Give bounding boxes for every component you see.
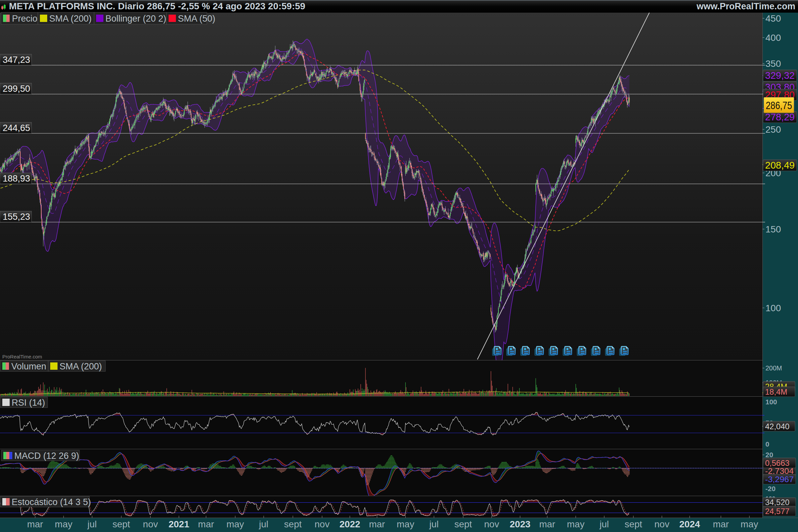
svg-text:Volumen: Volumen xyxy=(11,361,46,372)
svg-text:42,040: 42,040 xyxy=(765,422,790,431)
svg-text:329,32: 329,32 xyxy=(765,70,795,81)
svg-text:may: may xyxy=(226,519,244,529)
svg-text:2024: 2024 xyxy=(679,519,700,529)
svg-text:155,23: 155,23 xyxy=(3,212,30,222)
svg-text:-3,2967: -3,2967 xyxy=(765,475,794,484)
svg-text:244,65: 244,65 xyxy=(3,123,30,133)
svg-text:24,577: 24,577 xyxy=(765,507,790,516)
svg-text:nov: nov xyxy=(484,519,499,529)
svg-text:250: 250 xyxy=(765,125,781,135)
svg-text:www.ProRealTime.com: www.ProRealTime.com xyxy=(696,1,795,11)
svg-text:sept: sept xyxy=(624,519,642,529)
svg-text:100: 100 xyxy=(765,303,781,313)
svg-text:mar: mar xyxy=(539,519,555,529)
svg-text:jul: jul xyxy=(599,519,609,529)
svg-text:ProRealTime.com: ProRealTime.com xyxy=(2,354,42,359)
svg-text:0: 0 xyxy=(765,440,770,448)
svg-text:200M: 200M xyxy=(765,364,782,372)
svg-text:RSI (14): RSI (14) xyxy=(12,398,45,407)
svg-text:100: 100 xyxy=(765,398,777,406)
svg-text:nov: nov xyxy=(654,519,669,529)
svg-text:2022: 2022 xyxy=(340,519,360,529)
svg-text:18,4M: 18,4M xyxy=(765,387,787,396)
svg-text:Precio: Precio xyxy=(12,14,38,24)
svg-text:SMA (200): SMA (200) xyxy=(49,14,92,24)
svg-text:mar: mar xyxy=(198,519,214,529)
svg-text:nov: nov xyxy=(315,519,329,529)
svg-text:278,29: 278,29 xyxy=(765,112,795,122)
svg-text:sept: sept xyxy=(112,519,130,529)
svg-text:SMA (200): SMA (200) xyxy=(59,361,102,372)
svg-text:450: 450 xyxy=(765,13,781,24)
svg-text:sept: sept xyxy=(454,519,472,529)
svg-text:mar: mar xyxy=(27,519,43,529)
svg-text:may: may xyxy=(740,519,758,529)
svg-text:Estocástico (14 3 5): Estocástico (14 3 5) xyxy=(12,497,91,507)
svg-text:286,75: 286,75 xyxy=(766,99,792,111)
svg-text:may: may xyxy=(397,519,414,529)
svg-text:188,93: 188,93 xyxy=(3,174,30,184)
svg-text:34,520: 34,520 xyxy=(765,498,790,507)
svg-text:0,5663: 0,5663 xyxy=(765,458,790,468)
svg-text:mar: mar xyxy=(713,519,729,529)
svg-text:nov: nov xyxy=(143,519,158,529)
svg-text:may: may xyxy=(567,519,585,529)
svg-text:347,23: 347,23 xyxy=(3,55,30,65)
svg-text:sept: sept xyxy=(284,519,302,529)
svg-text:META PLATFORMS INC. Diario 286: META PLATFORMS INC. Diario 286,75 -2,55 … xyxy=(9,1,305,11)
svg-text:150: 150 xyxy=(765,224,781,234)
svg-text:2023: 2023 xyxy=(510,519,530,529)
svg-text:may: may xyxy=(55,519,73,529)
svg-text:350: 350 xyxy=(765,58,781,69)
svg-text:Bollinger (20 2): Bollinger (20 2) xyxy=(106,14,166,24)
svg-text:mar: mar xyxy=(369,519,385,529)
svg-text:2021: 2021 xyxy=(169,519,189,529)
svg-text:208,49: 208,49 xyxy=(765,160,795,171)
svg-text:400: 400 xyxy=(765,33,781,43)
svg-text:-20: -20 xyxy=(765,485,775,492)
svg-text:jul: jul xyxy=(429,519,439,529)
svg-text:299,50: 299,50 xyxy=(3,84,30,94)
svg-text:jul: jul xyxy=(87,519,97,529)
svg-text:jul: jul xyxy=(259,519,268,529)
svg-text:20: 20 xyxy=(765,451,773,458)
svg-text:SMA (50): SMA (50) xyxy=(178,14,215,24)
svg-text:MACD (12 26 9): MACD (12 26 9) xyxy=(14,451,79,461)
